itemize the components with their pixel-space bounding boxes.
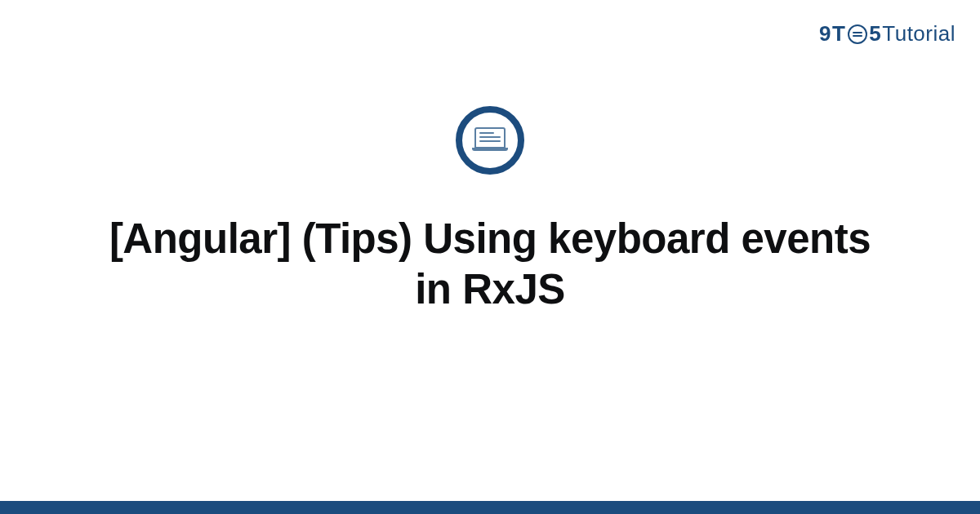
footer-bar (0, 501, 980, 514)
page-title: [Angular] (Tips) Using keyboard events i… (98, 214, 882, 315)
main-content: [Angular] (Tips) Using keyboard events i… (0, 106, 980, 315)
laptop-icon (472, 127, 508, 153)
screen-line (479, 140, 501, 142)
laptop-screen (474, 127, 506, 148)
screen-line (479, 136, 501, 138)
logo-t: T (832, 21, 845, 47)
hero-icon-circle (456, 106, 524, 175)
logo-nine: 9 (819, 21, 831, 47)
logo-tutorial: Tutorial (882, 21, 956, 47)
logo-o-icon (848, 24, 867, 44)
site-logo: 9 T 5 Tutorial (819, 21, 956, 47)
logo-five: 5 (869, 21, 881, 47)
screen-line (479, 132, 494, 134)
